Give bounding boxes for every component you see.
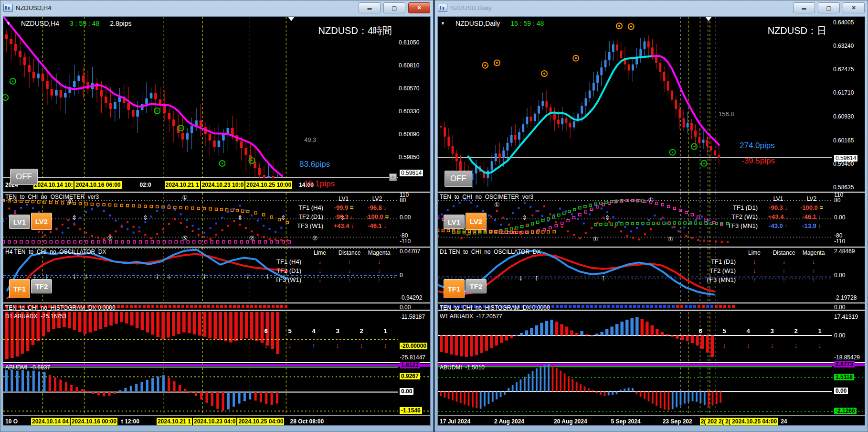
oscillator-title: H4 TEN_to_CHI_no_OSCILLATOR_DX [5,248,106,255]
lv1-button[interactable]: LV1 [444,215,465,229]
axis-value: 2.48469 [834,248,855,255]
count-number: 2 [791,327,801,335]
abudmi-panel[interactable]: ABUDMI -1.5010 2.87731.51180.00-2.1260 [438,362,865,414]
tf-value: -96.8 ↓ [360,204,394,211]
axis-value: 17.41319 [834,313,858,320]
minimize-button[interactable] [359,2,381,13]
column-header: LV1 [327,195,360,202]
direction-arrow: ↓ [769,258,799,265]
off-button[interactable]: OFF [445,171,472,187]
dropdown-triangle-icon[interactable]: ▼ [6,21,11,26]
crosshair-icon[interactable]: + [389,173,397,181]
tf1-button[interactable]: TF1 [444,279,465,298]
direction-arrow: ↓ [305,276,335,283]
main-chart-panel[interactable]: ▼ NZDUSD,Daily 15 : 59 : 48 NZDUSD：日 0.6… [438,17,865,191]
tf2-button[interactable]: TF2 [466,279,487,293]
direction-arrow: ↑ [799,267,828,274]
level-value-label: 0.00 [400,388,413,395]
column-header: LV2 [360,195,394,202]
direction-arrow: ↓ [364,267,394,274]
lv2-button[interactable]: LV2 [466,213,487,230]
off-button[interactable]: OFF [10,169,38,185]
chart-content: ▼ NZDUSD,H4 3 : 59 : 48 2.8pips NZDUSD：4… [3,16,431,426]
timeframe-watermark: NZDUSD：4時間 [318,24,392,37]
axis-value: -110 [834,238,845,245]
minimize-button[interactable] [793,2,815,13]
tf1-button[interactable]: TF1 [9,279,30,298]
direction-arrow: ↑ [364,276,394,283]
oscillator-table: LimeDistanceMagentaTF1 (H4)↓↑↓TF2 (D1)↓↓… [264,249,394,283]
direction-arrow: ↓ [364,258,394,265]
tf-row-label: TF1 (H4) [264,258,305,265]
price-tick: 0.62475 [833,66,854,73]
abudmi-panel[interactable]: ABUDMI -0.6937 1.61230.92670.00-1.1546 [3,362,431,414]
count-number: 4 [309,327,318,335]
svg-text:↓: ↓ [246,271,250,281]
chart-content: ▼ NZDUSD,Daily 15 : 59 : 48 NZDUSD：日 0.6… [437,16,865,426]
price-axis: 0.640050.632400.624750.617100.609300.601… [833,17,865,191]
price-tick: 0.63240 [833,43,854,49]
direction-arrow: ↓ [743,342,753,349]
main-chart-panel[interactable]: ▼ NZDUSD,H4 3 : 59 : 48 2.8pips NZDUSD：4… [3,17,431,178]
column-header: Distance [769,249,799,256]
direction-arrow: ↑ [799,276,828,283]
count-number: 1 [815,327,825,335]
close-button[interactable] [843,2,865,13]
direction-arrow: ↓ [815,342,825,349]
date-label-highlighted: 2( 202 2( 2( 2024.10.25 04:00 [700,418,778,425]
axis-value: -25.81447 [400,354,425,361]
dropdown-triangle-icon[interactable]: ▼ [441,21,445,26]
current-price-label: 0.59614 [400,170,423,176]
date-label-highlighted: 2024.10.14 10: [33,181,74,189]
date-label: 10 O [4,418,19,425]
axis-value: 0.00 [834,272,845,279]
tf-value: -43.0 ↑ [762,222,795,229]
level-price-label: -20.00000 [400,343,427,349]
svg-text:①: ① [494,201,500,208]
oscillator-panel[interactable]: D1 TEN_to_CHI_no_OSCILLATOR_DX TF1 TF2 L… [438,247,865,301]
bottom-date-axis: 10 O2024.10.14 042024.10.16 00:00t 12:00… [3,415,431,426]
svg-text:↓: ↓ [202,271,207,281]
pips-up-label: 83.6pips [299,160,330,169]
axis-value: 80 [400,197,406,204]
oscillator-panel[interactable]: H4 TEN_to_CHI_no_OSCILLATOR_DX TF1 TF2 L… [3,247,431,301]
oscimeter-panel[interactable]: TEN_to_CHI_no_OSCIMETER_ver3 LV1 LV2 LV1… [3,192,431,245]
axis-value: -18.85429 [834,354,860,361]
axis-value: 0.00 [834,214,845,221]
tf2-button[interactable]: TF2 [31,279,52,293]
timeframe-watermark: NZDUSD：日 [768,24,826,37]
date-label-highlighted: 2024.10.16 00:00 [71,418,117,425]
tf-row-label: TF1 (D1) [720,204,762,211]
direction-arrow: ↓ [381,342,390,349]
direction-arrow: ↓ [335,267,364,274]
oscimeter-title: TEN_to_CHI_no_OSCIMETER_ver3 [440,194,533,200]
svg-text:①: ① [668,236,674,243]
titlebar[interactable]: NZDUSD,Daily [435,0,868,15]
svg-text:①: ① [593,236,599,243]
axis-value: -110 [400,238,411,245]
price-tick: 0.60810 [399,62,419,69]
abuadx-panel[interactable]: D1 ABUADX -25.16753 654321 ↓↓↑↓↓↓ -11.58… [3,312,431,362]
tf-value: -100.0 = [360,213,394,220]
mid-date-axis: 20242024.10.14 10:2024.10.16 06:0002:020… [3,179,431,191]
ma-distance-label: 49.3 [304,136,316,143]
price-axis: 0.610500.608100.605700.603300.600900.598… [399,17,431,178]
svg-text:⇕: ⇕ [143,214,148,221]
lv1-button[interactable]: LV1 [9,215,30,229]
direction-arrow: ↑ [740,276,769,283]
svg-text:⇕: ⇕ [72,214,77,221]
chart-window-h4: NZDUSD,H4 ▼ NZDUSD,H4 3 : 59 : 48 2.8pip… [0,0,434,432]
chart-icon [438,4,447,12]
tf-row-label: TF1 (D1) [699,258,740,265]
price-tick: 0.60930 [833,113,854,120]
svg-text:②: ② [312,235,318,242]
restore-button[interactable] [383,2,405,13]
restore-button[interactable] [818,2,840,13]
oscimeter-panel[interactable]: TEN_to_CHI_no_OSCIMETER_ver3 LV1 LV2 LV1… [438,192,865,245]
chart-header: ▼ NZDUSD,Daily 15 : 59 : 48 [441,20,554,27]
abuadx-panel[interactable]: W1 ABUADX -17.20577 654321 ↓↓↓↓↓↓ 17.413… [438,312,865,362]
close-button[interactable] [408,2,430,13]
lv2-button[interactable]: LV2 [31,213,52,230]
titlebar[interactable]: NZDUSD,H4 [0,0,433,15]
oscimeter-title: TEN_to_CHI_no_OSCIMETER_ver3 [5,194,99,200]
